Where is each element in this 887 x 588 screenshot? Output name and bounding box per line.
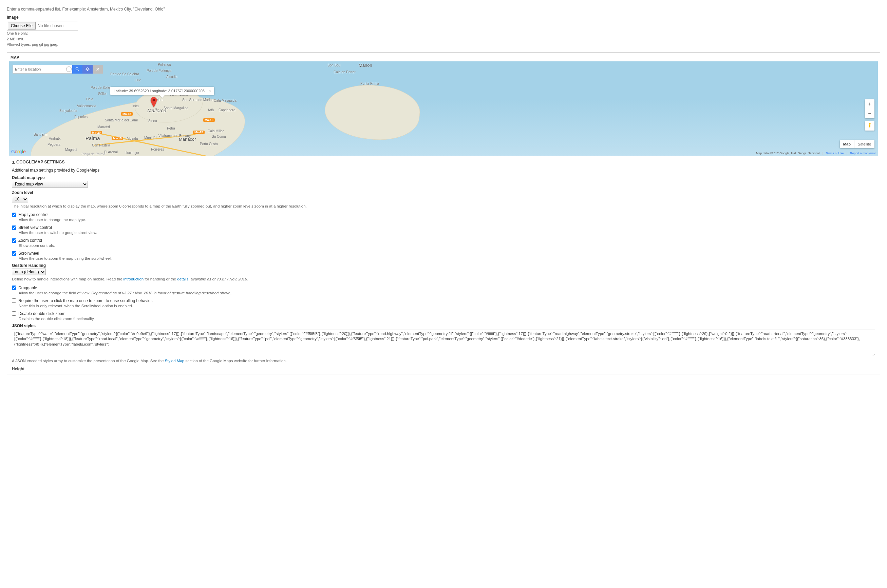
street-view-control-checkbox[interactable] bbox=[12, 225, 16, 230]
location-search-input[interactable] bbox=[12, 65, 66, 74]
gesture-handling-label: Gesture Handling bbox=[12, 263, 875, 268]
styled-map-link[interactable]: Styled Map bbox=[165, 359, 185, 363]
gesture-details-link[interactable]: details bbox=[177, 277, 188, 281]
image-file-notes: One file only. 2 MB limit. Allowed types… bbox=[7, 30, 880, 48]
locate-button[interactable] bbox=[83, 65, 93, 74]
googlemap-settings-details[interactable]: GOOGLEMAP SETTINGS Addtional map setting… bbox=[12, 159, 875, 371]
map-place-label: Platja de Palma bbox=[81, 152, 105, 156]
svg-point-11 bbox=[153, 99, 155, 101]
street-view-control-help: Allow the user to switch to google stree… bbox=[19, 231, 875, 235]
road-badge: Ma-15 bbox=[193, 130, 204, 134]
file-note-line: One file only. bbox=[7, 30, 880, 36]
pegman-icon bbox=[867, 122, 872, 129]
map-place-label: Punta Prima bbox=[360, 82, 379, 86]
disable-dblclick-checkbox[interactable] bbox=[12, 311, 16, 316]
gesture-handling-select[interactable]: auto (default) bbox=[12, 268, 46, 275]
height-label: Height bbox=[12, 367, 875, 371]
map-place-label: Valldemossa bbox=[77, 104, 96, 108]
file-chosen-status: No file chosen bbox=[38, 23, 63, 28]
map-landmass bbox=[322, 80, 422, 144]
map-place-label: Sineu bbox=[148, 119, 157, 123]
map-place-label: Banyalbufar bbox=[59, 109, 77, 112]
image-field-label: Image bbox=[7, 15, 880, 20]
terms-link[interactable]: Terms of Use bbox=[826, 152, 844, 155]
map-place-label: Santa Margalida bbox=[164, 106, 188, 110]
zoom-out-button[interactable]: − bbox=[865, 109, 875, 118]
googlemap-settings-summary[interactable]: GOOGLEMAP SETTINGS bbox=[12, 159, 875, 165]
draggable-label: Draggable bbox=[18, 285, 37, 290]
map-panel: MAP Ma-13 Ma-20 Ma-15 Ma-15 Ma-15 Pollen… bbox=[7, 52, 880, 374]
road-badge: Ma-15 bbox=[112, 136, 123, 140]
map-type-control: Map Satellite bbox=[840, 140, 875, 148]
field-hint-previous: Enter a comma-separated list. For exampl… bbox=[7, 7, 880, 12]
zoom-control-label: Zoom control bbox=[18, 238, 42, 243]
map-place-label: Porreres bbox=[151, 147, 164, 151]
gesture-introduction-link[interactable]: introduction bbox=[123, 277, 144, 281]
infowindow-close-icon[interactable]: × bbox=[209, 89, 211, 94]
map-place-label: Llucmajor bbox=[125, 151, 139, 154]
draggable-help: Allow the user to change the field of vi… bbox=[19, 291, 875, 295]
map-type-control-label: Map type control bbox=[18, 212, 48, 217]
choose-file-button[interactable]: Choose File bbox=[8, 22, 36, 30]
search-button[interactable] bbox=[72, 65, 83, 74]
svg-rect-13 bbox=[869, 124, 870, 127]
map-place-label: El Arenal bbox=[104, 150, 118, 154]
map-place-label: Esporles bbox=[74, 115, 87, 118]
map-place-label: Petra bbox=[167, 126, 175, 130]
scrollwheel-checkbox[interactable] bbox=[12, 251, 16, 256]
zoom-control-checkbox[interactable] bbox=[12, 238, 16, 243]
require-click-help: Note: this is only relevant, when the Sc… bbox=[19, 304, 875, 308]
clear-button[interactable] bbox=[93, 65, 103, 74]
map-canvas[interactable]: Ma-13 Ma-20 Ma-15 Ma-15 Ma-15 Pollença A… bbox=[9, 62, 878, 156]
zoom-level-select[interactable]: 10 bbox=[12, 196, 28, 202]
require-click-label: Require the user to click the map once t… bbox=[18, 298, 153, 303]
map-place-label: Port de Pollença bbox=[147, 69, 171, 73]
json-styles-textarea[interactable] bbox=[12, 330, 875, 356]
close-icon bbox=[95, 67, 100, 72]
map-place-label: Santa María del Camí bbox=[105, 118, 138, 122]
default-map-type-select[interactable]: Road map view bbox=[12, 181, 88, 188]
infowindow-tail bbox=[159, 95, 165, 98]
map-place-label: Peguera bbox=[48, 143, 60, 147]
disable-dblclick-label: Disable double click zoom bbox=[18, 311, 66, 316]
google-logo: Google bbox=[11, 149, 26, 154]
report-error-link[interactable]: Report a map error bbox=[850, 152, 876, 155]
map-place-label: Manacor bbox=[179, 136, 196, 142]
map-infowindow: Latitude: 39.6952629 Longitude: 3.017571… bbox=[110, 87, 214, 95]
scrollwheel-help: Allow the user to zoom the map using the… bbox=[19, 256, 875, 260]
svg-point-0 bbox=[66, 66, 72, 72]
search-icon bbox=[75, 67, 80, 72]
map-place-label: Sa Coma bbox=[212, 135, 226, 138]
svg-line-2 bbox=[78, 69, 79, 70]
image-file-input-wrap: Choose File No file chosen bbox=[7, 21, 78, 30]
scrollwheel-label: Scrollwheel bbox=[18, 251, 39, 256]
map-type-control-checkbox[interactable] bbox=[12, 213, 16, 217]
map-place-label: Algaida bbox=[126, 136, 138, 140]
require-click-checkbox[interactable] bbox=[12, 298, 16, 303]
map-type-satellite[interactable]: Satellite bbox=[854, 140, 875, 148]
svg-point-4 bbox=[87, 69, 88, 69]
map-place-label: Sóller bbox=[98, 92, 107, 96]
street-view-control-label: Street view control bbox=[18, 225, 52, 230]
map-place-label: Sant Elm bbox=[34, 133, 48, 136]
map-place-label: Pollença bbox=[158, 63, 171, 66]
streetview-pegman[interactable] bbox=[865, 121, 875, 130]
zoom-in-button[interactable]: + bbox=[865, 99, 875, 109]
map-panel-title: MAP bbox=[7, 52, 880, 62]
draggable-checkbox[interactable] bbox=[12, 285, 16, 290]
map-place-label: Marratxí bbox=[98, 125, 110, 129]
map-place-label: Magaluf bbox=[65, 148, 77, 152]
crosshair-icon bbox=[85, 67, 90, 72]
settings-description: Addtional map settings provided by Googl… bbox=[12, 168, 875, 172]
map-place-label: Capdepera bbox=[218, 108, 235, 112]
map-place-label: Porto Cristo bbox=[200, 142, 218, 146]
map-place-label: Alcúdia bbox=[166, 75, 177, 79]
search-clear-icon[interactable] bbox=[66, 65, 72, 74]
map-attribution: Map data ©2017 Google, Inst. Geogr. Naci… bbox=[756, 152, 876, 155]
map-type-map[interactable]: Map bbox=[840, 140, 854, 148]
map-place-label: Cala Millor bbox=[207, 129, 224, 133]
road-badge: Ma-15 bbox=[203, 118, 215, 122]
map-place-label: Montuïri bbox=[144, 136, 156, 140]
map-marker-icon[interactable] bbox=[150, 97, 157, 107]
map-place-label: Son Serra de Marina bbox=[182, 98, 213, 102]
